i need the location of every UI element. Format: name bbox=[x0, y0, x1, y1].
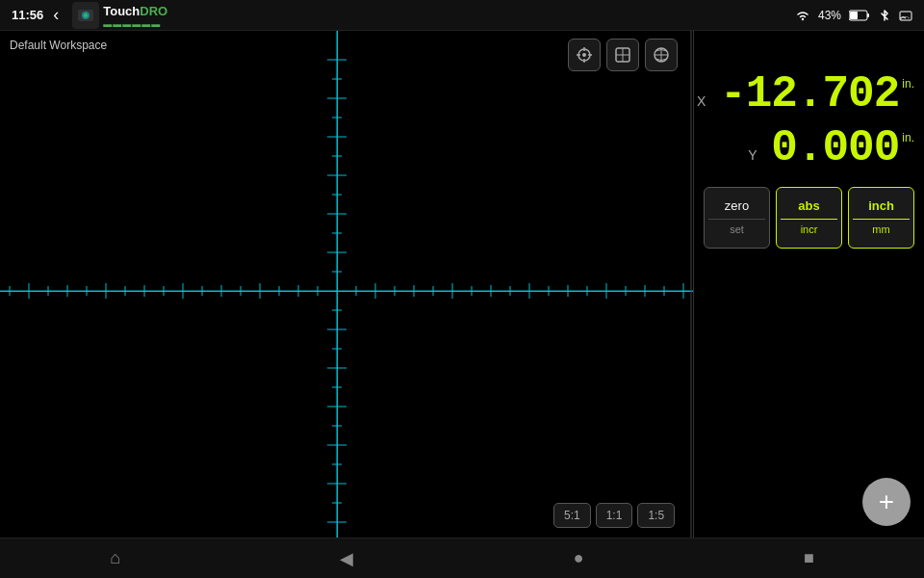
battery-icon bbox=[849, 10, 870, 21]
control-buttons: zero set abs incr inch mm bbox=[704, 187, 914, 249]
nav-circle[interactable]: ● bbox=[554, 544, 603, 572]
scale-1-1[interactable]: 1:1 bbox=[596, 503, 633, 528]
scale-buttons: 5:1 1:1 1:5 bbox=[553, 503, 675, 528]
coord-y-display: Y 0.000 in. bbox=[704, 123, 914, 173]
workspace: Default Workspace bbox=[0, 31, 693, 538]
nav-home[interactable]: ⌂ bbox=[90, 544, 140, 572]
fab-button[interactable]: + bbox=[862, 478, 911, 526]
back-button[interactable]: ‹ bbox=[53, 5, 59, 25]
svg-point-3 bbox=[802, 17, 804, 19]
x-unit: in. bbox=[902, 77, 914, 91]
bottom-nav: ⌂ ◀ ● ■ bbox=[0, 538, 924, 578]
x-value: -12.702 bbox=[720, 69, 899, 119]
status-left: 11:56 ‹ TouchDRO ▬▬▬▬▬▬ bbox=[12, 2, 167, 29]
coord-x-display: X -12.702 in. bbox=[704, 69, 914, 119]
x-label: X bbox=[697, 93, 712, 109]
svg-point-9 bbox=[582, 53, 586, 57]
bluetooth-icon bbox=[878, 9, 891, 22]
toolbar-icons bbox=[568, 39, 678, 71]
app-logo-icon bbox=[72, 2, 99, 29]
y-label: Y bbox=[748, 147, 763, 163]
y-value: 0.000 bbox=[771, 123, 899, 173]
svg-point-2 bbox=[84, 13, 88, 17]
battery-percent: 43% bbox=[818, 9, 841, 22]
status-bar: 11:56 ‹ TouchDRO ▬▬▬▬▬▬ 43% bbox=[0, 0, 924, 31]
right-panel: X -12.702 in. Y 0.000 in. zero set abs i… bbox=[693, 31, 924, 538]
toolbar-button-3[interactable] bbox=[645, 39, 678, 71]
app-name: TouchDRO ▬▬▬▬▬▬ bbox=[103, 2, 167, 29]
status-right: 43% bbox=[795, 9, 912, 22]
zero-set-button[interactable]: zero set bbox=[704, 187, 770, 249]
nav-stop[interactable]: ■ bbox=[784, 544, 834, 572]
app-subtitle: ▬▬▬▬▬▬ bbox=[103, 19, 167, 29]
toolbar-button-1[interactable] bbox=[568, 39, 601, 71]
crosshair-svg bbox=[0, 31, 693, 538]
svg-rect-5 bbox=[867, 13, 869, 17]
svg-rect-6 bbox=[850, 12, 858, 19]
nav-back[interactable]: ◀ bbox=[321, 544, 372, 573]
scale-5-1[interactable]: 5:1 bbox=[553, 503, 591, 528]
y-unit: in. bbox=[902, 131, 914, 144]
scale-1-5[interactable]: 1:5 bbox=[637, 503, 675, 528]
wifi-icon bbox=[795, 10, 810, 21]
unit-button[interactable]: inch mm bbox=[848, 187, 914, 249]
toolbar-button-2[interactable] bbox=[606, 39, 639, 71]
cast-icon bbox=[899, 9, 912, 22]
abs-incr-button[interactable]: abs incr bbox=[776, 187, 842, 249]
time-display: 11:56 bbox=[12, 8, 43, 22]
app-logo: TouchDRO ▬▬▬▬▬▬ bbox=[72, 2, 167, 29]
